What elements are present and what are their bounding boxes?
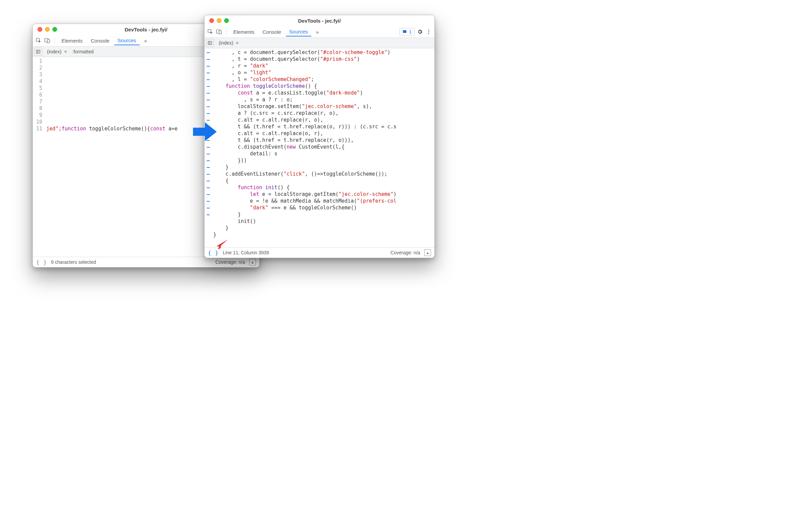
status-coverage: Coverage: n/a [215, 259, 245, 265]
annotation-arrow-pointer [215, 236, 229, 252]
file-tab-label: (index) [219, 40, 233, 46]
file-tab-label: (index) [47, 49, 62, 54]
window-title: DevTools - jec.fyi/ [205, 18, 434, 24]
issues-button[interactable]: 1 [399, 28, 415, 35]
tab-overflow[interactable]: » [313, 28, 322, 36]
svg-point-11 [428, 33, 429, 34]
panel-toolbar: Elements Console Sources » 1 [205, 26, 434, 38]
devtools-window-right: DevTools - jec.fyi/ Elements Console Sou… [204, 15, 435, 258]
svg-rect-8 [403, 30, 407, 33]
kebab-menu-icon[interactable] [425, 28, 432, 35]
status-position: Line 11, Column 3939 [223, 250, 269, 255]
status-bar: { } 9 characters selected Coverage: n/a … [33, 257, 259, 267]
pretty-print-icon[interactable]: { } [36, 259, 47, 265]
device-toolbar-icon[interactable] [44, 37, 51, 44]
annotation-arrow-right [191, 118, 218, 147]
close-tab-icon[interactable]: × [236, 40, 239, 46]
tab-elements[interactable]: Elements [230, 28, 258, 36]
file-tab-formatted[interactable]: :formatted [70, 48, 96, 55]
svg-rect-2 [47, 40, 50, 43]
settings-gear-icon[interactable] [416, 28, 424, 35]
svg-point-10 [428, 31, 429, 32]
traffic-lights [33, 27, 57, 32]
minimize-window-icon[interactable] [217, 18, 221, 23]
status-coverage: Coverage: n/a [390, 250, 420, 255]
svg-rect-12 [208, 41, 212, 44]
svg-point-9 [428, 29, 429, 30]
status-selection: 9 characters selected [51, 259, 96, 265]
tab-elements[interactable]: Elements [58, 36, 86, 45]
status-bar: { } Line 11, Column 3939 Coverage: n/a ▲ [205, 247, 434, 258]
file-tab-bar: (index) × [205, 38, 434, 48]
close-window-icon[interactable] [209, 18, 214, 23]
collapse-drawer-icon[interactable]: ▲ [249, 259, 256, 265]
issues-icon [402, 29, 407, 34]
tab-console[interactable]: Console [88, 36, 113, 45]
navigator-toggle-icon[interactable] [34, 48, 42, 56]
file-tab-label: :formatted [72, 49, 94, 54]
maximize-window-icon[interactable] [224, 18, 229, 23]
file-tab-index[interactable]: (index) × [44, 48, 70, 55]
tab-console[interactable]: Console [259, 28, 285, 36]
close-window-icon[interactable] [38, 27, 42, 32]
issues-count: 1 [409, 29, 412, 34]
collapse-drawer-icon[interactable]: ▲ [424, 249, 431, 256]
traffic-lights [205, 18, 229, 23]
tab-sources[interactable]: Sources [114, 36, 140, 45]
line-gutter: 1234567891011 [33, 57, 45, 257]
fold-markers[interactable]: ––––––––––––––––––––––––– [205, 48, 212, 247]
code-content[interactable]: , c = document.querySelector("#color-sch… [212, 48, 398, 247]
tab-overflow[interactable]: » [141, 36, 150, 45]
navigator-toggle-icon[interactable] [206, 39, 214, 47]
device-toolbar-icon[interactable] [215, 28, 223, 35]
close-tab-icon[interactable]: × [64, 49, 67, 54]
code-content[interactable]: jed";function toggleColorScheme(){const … [45, 57, 179, 257]
titlebar: DevTools - jec.fyi/ [205, 15, 434, 26]
code-editor[interactable]: ––––––––––––––––––––––––– , c = document… [205, 48, 434, 247]
inspect-element-icon[interactable] [207, 28, 214, 35]
svg-rect-3 [37, 50, 40, 53]
maximize-window-icon[interactable] [52, 27, 57, 32]
svg-rect-7 [219, 31, 221, 34]
tab-sources[interactable]: Sources [286, 27, 311, 36]
inspect-element-icon[interactable] [35, 37, 42, 44]
minimize-window-icon[interactable] [45, 27, 50, 32]
file-tab-index[interactable]: (index) × [216, 39, 241, 47]
